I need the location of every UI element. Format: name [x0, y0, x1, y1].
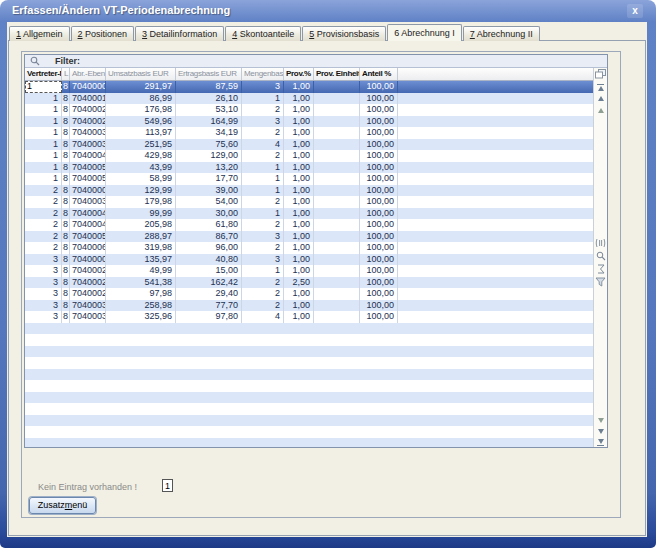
- column-header-4[interactable]: Ertragsbasis EUR: [176, 68, 242, 80]
- table-cell: 100,00: [360, 288, 398, 300]
- table-cell: 8: [62, 116, 70, 128]
- column-header-0[interactable]: Vertreter-Nr.: [25, 68, 62, 80]
- table-cell: 113,97: [106, 127, 176, 139]
- search-icon[interactable]: [30, 56, 40, 66]
- table-cell-filler: [398, 219, 593, 231]
- table-cell-filler: [25, 426, 593, 438]
- table-row[interactable]: 3870400039325,9697,8041,00100,00: [25, 311, 593, 323]
- tab-label: Allgemein: [21, 29, 63, 39]
- filter-funnel-icon[interactable]: [594, 277, 607, 287]
- column-chooser-icon[interactable]: [594, 69, 607, 79]
- scroll-up-icon[interactable]: [594, 96, 607, 101]
- table-row[interactable]: 187040005343,9913,2011,00100,00: [25, 162, 593, 174]
- empty-row: [25, 426, 593, 438]
- table-cell-filler: [25, 346, 593, 358]
- grid-scrollbar[interactable]: [593, 68, 607, 447]
- table-cell: 3: [242, 231, 284, 243]
- table-row[interactable]: 1870400027549,96164,9931,00100,00: [25, 116, 593, 128]
- table-row[interactable]: 1870400021176,9853,1021,00100,00: [25, 104, 593, 116]
- column-header-2[interactable]: Abr.-Ebene: [70, 68, 106, 80]
- table-cell: [314, 127, 360, 139]
- table-cell: [314, 231, 360, 243]
- table-cell: 8: [62, 185, 70, 197]
- table-cell: 2: [25, 208, 62, 220]
- table-cell: 1: [25, 116, 62, 128]
- table-cell: 70400037: [70, 196, 106, 208]
- tab-positionen[interactable]: 2 Positionen: [71, 26, 135, 41]
- table-row[interactable]: 2870400037179,9854,0021,00100,00: [25, 196, 593, 208]
- table-cell: 100,00: [360, 277, 398, 289]
- column-header-1[interactable]: L: [62, 68, 70, 80]
- table-cell: 1,00: [284, 219, 314, 231]
- last-record-icon[interactable]: [594, 439, 607, 447]
- table-row[interactable]: 187040001486,9926,1011,00100,00: [25, 93, 593, 105]
- table-cell-filler: [398, 185, 593, 197]
- table-row[interactable]: 2870400048205,9861,8021,00100,00: [25, 219, 593, 231]
- table-row[interactable]: 1870400030113,9734,1921,00100,00: [25, 127, 593, 139]
- tab-provisionsbasis[interactable]: 5 Provisionsbasis: [302, 26, 386, 41]
- tab-detailinformation[interactable]: 3 Detailinformation: [135, 26, 224, 41]
- table-row[interactable]: 2870400056288,9786,7031,00100,00: [25, 231, 593, 243]
- table-cell: 70400000: [70, 81, 106, 93]
- first-record-icon[interactable]: [594, 84, 607, 92]
- table-cell: 1,00: [284, 116, 314, 128]
- table-cell: 77,70: [176, 300, 242, 312]
- table-row[interactable]: 387040002597,9829,4021,00100,00: [25, 288, 593, 300]
- page-down-icon[interactable]: [594, 418, 607, 423]
- table-cell: 8: [62, 81, 70, 93]
- table-cell: 100,00: [360, 185, 398, 197]
- column-header-7[interactable]: Prov. Einheiten: [314, 68, 360, 80]
- table-cell: 1: [25, 162, 62, 174]
- table-row[interactable]: 187040005758,9917,7011,00100,00: [25, 173, 593, 185]
- table-cell: 70400006: [70, 254, 106, 266]
- table-cell: [314, 277, 360, 289]
- grid-search-icon[interactable]: [594, 251, 607, 261]
- table-row[interactable]: 2870400065319,9896,0021,00100,00: [25, 242, 593, 254]
- zusatzmenu-button[interactable]: Zusatzmenü: [29, 497, 96, 514]
- column-header-3[interactable]: Umsatzbasis EUR: [106, 68, 176, 80]
- table-cell: 1: [25, 127, 62, 139]
- tab-abrechnung-i[interactable]: 6 Abrechnung I: [387, 24, 462, 41]
- tab-abrechnung-ii[interactable]: 7 Abrechnung II: [463, 26, 540, 41]
- table-cell-filler: [398, 300, 593, 312]
- table-cell-filler: [398, 116, 593, 128]
- table-row[interactable]: 1870400031251,9575,6041,00100,00: [25, 139, 593, 151]
- table-cell: 97,80: [176, 311, 242, 323]
- table-row[interactable]: 1870400000291,9787,5931,00100,00: [25, 81, 593, 93]
- table-row[interactable]: 1870400045429,98129,0021,00100,00: [25, 150, 593, 162]
- table-cell: 8: [62, 208, 70, 220]
- table-cell: 2: [25, 219, 62, 231]
- table-cell: 2: [25, 196, 62, 208]
- scroll-down-icon[interactable]: [594, 429, 607, 434]
- table-row[interactable]: 3870400020541,38162,4222,50100,00: [25, 277, 593, 289]
- table-cell: 8: [62, 300, 70, 312]
- table-row[interactable]: 3870400038258,9877,7021,00100,00: [25, 300, 593, 312]
- close-icon[interactable]: x: [627, 4, 643, 18]
- sum-icon[interactable]: [594, 264, 607, 274]
- tab-skontoanteile[interactable]: 4 Skontoanteile: [225, 26, 301, 41]
- table-cell: 70400056: [70, 231, 106, 243]
- tab-allgemein[interactable]: 1 Allgemein: [9, 26, 70, 41]
- table-cell: 8: [62, 196, 70, 208]
- page-up-icon[interactable]: [594, 108, 607, 113]
- table-cell: 2: [242, 242, 284, 254]
- table-row[interactable]: 2870400005129,9939,0011,00100,00: [25, 185, 593, 197]
- table-cell: 1: [25, 150, 62, 162]
- table-cell: 2: [242, 277, 284, 289]
- table-row[interactable]: 387040002049,9915,0011,00100,00: [25, 265, 593, 277]
- table-cell-filler: [25, 438, 593, 448]
- table-cell: 1,00: [284, 162, 314, 174]
- dialog-window: Erfassen/Ändern VT-Periodenabrechnung x …: [0, 0, 656, 548]
- table-cell: 288,97: [106, 231, 176, 243]
- column-header-5[interactable]: Mengenbasis: [242, 68, 284, 80]
- empty-row: [25, 334, 593, 346]
- titlebar: Erfassen/Ändern VT-Periodenabrechnung x: [0, 0, 656, 22]
- column-header-8[interactable]: Anteil %: [360, 68, 398, 80]
- column-width-icon[interactable]: [594, 238, 607, 248]
- table-row[interactable]: 287040004099,9930,0011,00100,00: [25, 208, 593, 220]
- table-cell: 1,00: [284, 173, 314, 185]
- table-row[interactable]: 3870400006135,9740,8031,00100,00: [25, 254, 593, 266]
- table-cell-filler: [25, 369, 593, 381]
- table-cell: 3: [25, 254, 62, 266]
- column-header-6[interactable]: Prov.%: [284, 68, 314, 80]
